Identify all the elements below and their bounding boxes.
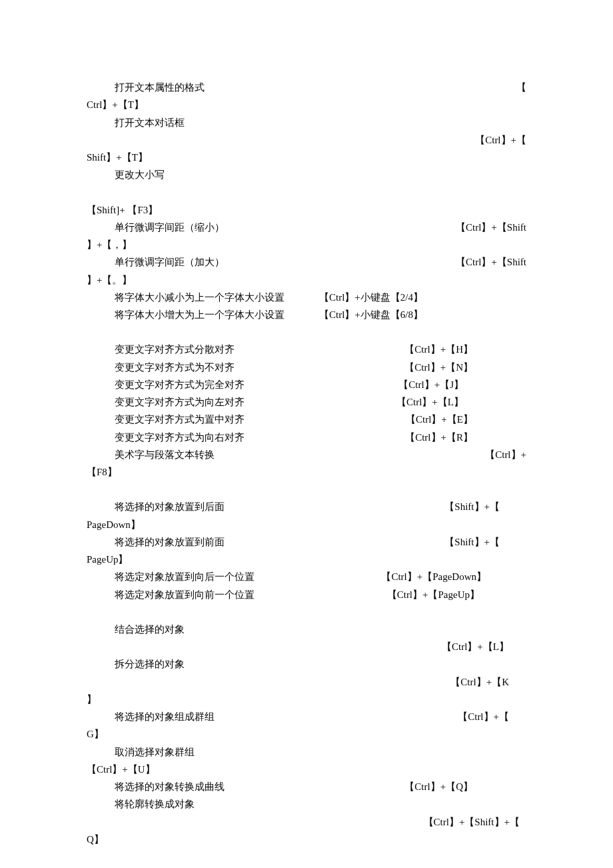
text-line: 取消选择对象群组 bbox=[87, 743, 526, 761]
blank-line bbox=[87, 323, 526, 341]
shortcut-text: 【Ctrl】+【 bbox=[475, 131, 526, 149]
description-text: 将字体大小减小为上一个字体大小设置 bbox=[87, 289, 285, 306]
text-line: 】+【，】 bbox=[87, 236, 526, 253]
kv-row: 美术字与段落文本转换【Ctrl】+ bbox=[87, 446, 526, 463]
description-text: 打开文本属性的格式 bbox=[87, 79, 205, 96]
shortcut-text: 【Ctrl】+【Q】 bbox=[404, 778, 526, 795]
blank-line bbox=[87, 184, 526, 201]
description-text: 将选择的对象放置到后面 bbox=[87, 498, 225, 515]
kv-row: 单行微调字间距（缩小）【Ctrl】+【Shift bbox=[87, 219, 526, 236]
shortcut-text: 【Ctrl】+【K bbox=[450, 673, 526, 691]
kv-row: 将选择的对象转换成曲线【Ctrl】+【Q】 bbox=[87, 778, 526, 795]
shortcut-text: 【Ctrl】+【Shift bbox=[456, 219, 526, 236]
text-line: 】 bbox=[87, 691, 526, 708]
kv-row: 变更文字对齐方式为向右对齐【Ctrl】+【R】 bbox=[87, 429, 526, 446]
text-line: 拆分选择的对象 bbox=[87, 655, 526, 673]
shortcut-text: 【Ctrl】+【E】 bbox=[406, 411, 526, 428]
kv-row: 变更文字对齐方式分散对齐【Ctrl】+【H】 bbox=[87, 341, 526, 358]
shortcut-text: 【Ctrl】+小键盘【6/8】 bbox=[319, 306, 423, 323]
text-span: 【F8】 bbox=[87, 467, 117, 477]
description-text: 将选择的对象组成群组 bbox=[87, 708, 215, 725]
shortcut-text: 【Ctrl】+【H】 bbox=[404, 341, 526, 358]
shortcut-text: 【Ctrl】+小键盘【2/4】 bbox=[319, 289, 423, 306]
text-span: Q】 bbox=[87, 834, 104, 845]
text-span: PageDown】 bbox=[87, 519, 141, 530]
text-span: 拆分选择的对象 bbox=[115, 659, 185, 669]
kv-row: 打开文本属性的格式【 bbox=[87, 79, 526, 96]
text-line: Shift】+【T】 bbox=[87, 149, 526, 166]
text-span: Ctrl】+【T】 bbox=[87, 99, 144, 110]
text-span: 取消选择对象群组 bbox=[115, 747, 195, 757]
shortcut-text: 【Ctrl】+【PageDown】 bbox=[381, 568, 526, 585]
kv-row: 变更文字对齐方式为完全对齐【Ctrl】+【J】 bbox=[87, 376, 526, 393]
text-span: 【Ctrl】+【U】 bbox=[87, 764, 155, 775]
text-line: 【Shift]+ 【F3】 bbox=[87, 201, 526, 219]
text-line: 打开文本对话框 bbox=[87, 114, 526, 131]
kv-row: 单行微调字间距（加大）【Ctrl】+【Shift bbox=[87, 253, 526, 271]
kv-row: 将选择的对象放置到前面【Shift】+【 bbox=[87, 533, 526, 551]
document-page: 打开文本属性的格式【Ctrl】+【T】打开文本对话框【Ctrl】+【Shift】… bbox=[0, 0, 613, 868]
description-text: 单行微调字间距（加大） bbox=[87, 253, 225, 271]
shortcut-text: 【Ctrl】+【Shift bbox=[456, 253, 526, 271]
text-line: G】 bbox=[87, 725, 526, 743]
text-line: PageUp】 bbox=[87, 551, 526, 568]
text-line: PageDown】 bbox=[87, 516, 526, 533]
text-span: 结合选择的对象 bbox=[115, 624, 185, 635]
text-span: 打开文本对话框 bbox=[115, 117, 185, 128]
description-text: 变更文字对齐方式为完全对齐 bbox=[87, 376, 245, 393]
kv-row: 将选择的对象放置到后面【Shift】+【 bbox=[87, 498, 526, 515]
text-span: 】+【。】 bbox=[87, 275, 132, 285]
description-text: 将选择的对象放置到前面 bbox=[87, 533, 225, 551]
description-text: 美术字与段落文本转换 bbox=[87, 446, 215, 463]
shortcut-text: 【Ctrl】+【Shift】+【 bbox=[424, 813, 526, 831]
text-line: 更改大小写 bbox=[87, 166, 526, 183]
kv-pair-row: 将字体大小减小为上一个字体大小设置【Ctrl】+小键盘【2/4】 bbox=[87, 289, 526, 306]
shortcut-text: 【Ctrl】+【 bbox=[458, 708, 526, 725]
text-line: 】+【。】 bbox=[87, 271, 526, 289]
text-line: 【F8】 bbox=[87, 463, 526, 481]
text-span: 更改大小写 bbox=[115, 169, 165, 180]
shortcut-text: 【Ctrl】+【J】 bbox=[398, 376, 526, 393]
blank-line bbox=[87, 603, 526, 621]
description-text: 将选择的对象转换成曲线 bbox=[87, 778, 225, 795]
description-text: 将字体大小增大为上一个字体大小设置 bbox=[87, 306, 285, 323]
right-only-row: 【Ctrl】+【Shift】+【 bbox=[87, 813, 526, 831]
description-text: 变更文字对齐方式为向右对齐 bbox=[87, 429, 245, 446]
kv-row: 变更文字对齐方式为置中对齐【Ctrl】+【E】 bbox=[87, 411, 526, 428]
text-line: 【Ctrl】+【U】 bbox=[87, 761, 526, 778]
right-only-row: 【Ctrl】+【L】 bbox=[87, 638, 526, 655]
right-only-row: 【Ctrl】+【K bbox=[87, 673, 526, 691]
shortcut-text: 【Shift】+【 bbox=[444, 498, 526, 515]
shortcut-text: 【Ctrl】+【N】 bbox=[404, 359, 526, 376]
kv-row: 将选定对象放置到向前一个位置【Ctrl】+【PageUp】 bbox=[87, 586, 526, 603]
text-line: Ctrl】+【T】 bbox=[87, 96, 526, 113]
kv-pair-row: 将字体大小增大为上一个字体大小设置【Ctrl】+小键盘【6/8】 bbox=[87, 306, 526, 323]
shortcut-text: 【Ctrl】+【L】 bbox=[442, 638, 526, 655]
text-span: Shift】+【T】 bbox=[87, 152, 148, 163]
description-text: 变更文字对齐方式为不对齐 bbox=[87, 359, 235, 376]
description-text: 变更文字对齐方式为向左对齐 bbox=[87, 393, 245, 411]
shortcut-text: 【Shift】+【 bbox=[444, 533, 526, 551]
description-text: 将选定对象放置到向前一个位置 bbox=[87, 586, 255, 603]
text-span: G】 bbox=[87, 729, 104, 739]
kv-row: 变更文字对齐方式为向左对齐【Ctrl】+【L】 bbox=[87, 393, 526, 411]
shortcut-text: 【 bbox=[516, 79, 526, 96]
text-line: 将轮廓转换成对象 bbox=[87, 795, 526, 813]
text-span: 【Shift]+ 【F3】 bbox=[87, 205, 158, 215]
text-line: Q】 bbox=[87, 831, 526, 848]
shortcut-text: 【Ctrl】+【R】 bbox=[405, 429, 526, 446]
kv-row: 将选定对象放置到向后一个位置【Ctrl】+【PageDown】 bbox=[87, 568, 526, 585]
text-span: 】+【，】 bbox=[87, 239, 132, 250]
kv-row: 变更文字对齐方式为不对齐【Ctrl】+【N】 bbox=[87, 359, 526, 376]
description-text: 变更文字对齐方式为置中对齐 bbox=[87, 411, 245, 428]
shortcut-text: 【Ctrl】+【L】 bbox=[396, 393, 526, 411]
text-line: 结合选择的对象 bbox=[87, 621, 526, 638]
blank-line bbox=[87, 481, 526, 498]
shortcut-text: 【Ctrl】+ bbox=[485, 446, 526, 463]
text-span: PageUp】 bbox=[87, 554, 129, 565]
shortcut-text: 【Ctrl】+【PageUp】 bbox=[387, 586, 526, 603]
right-only-row: 【Ctrl】+【 bbox=[87, 131, 526, 149]
description-text: 单行微调字间距（缩小） bbox=[87, 219, 225, 236]
text-span: 将轮廓转换成对象 bbox=[115, 799, 195, 809]
text-span: 】 bbox=[87, 694, 97, 705]
